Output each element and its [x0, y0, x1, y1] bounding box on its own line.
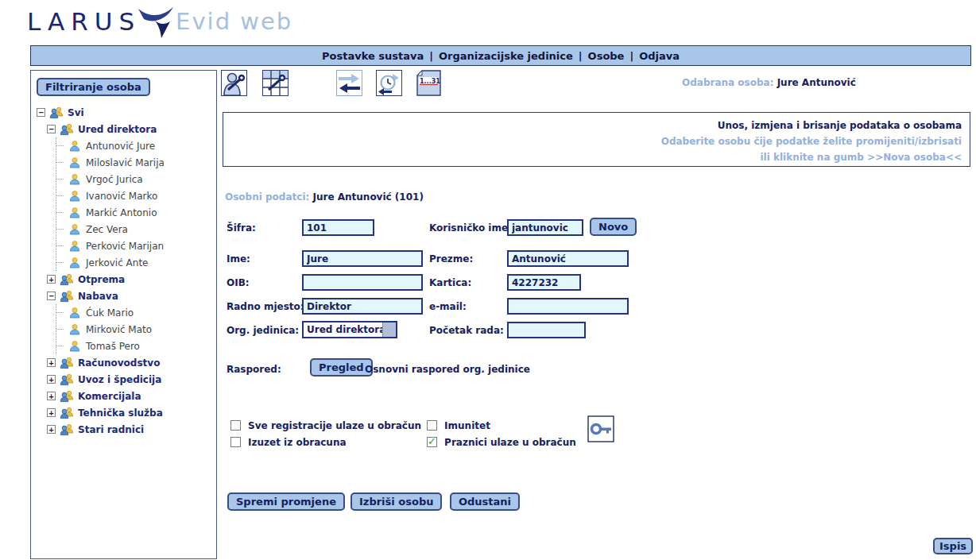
praznici-label: Praznici ulaze u obračun	[444, 437, 576, 448]
group-icon	[60, 290, 74, 303]
tree-group-otprema[interactable]: Otprema	[47, 271, 213, 288]
group-icon	[49, 106, 64, 119]
pocetak-rada-input[interactable]	[507, 322, 586, 338]
tree-group-uvoz-i-spedicija[interactable]: Uvoz i špedicija	[47, 371, 213, 388]
logo-bird-icon	[137, 6, 174, 41]
nav-item-organizacijske-jedinice[interactable]: Organizacijske jedinice	[439, 50, 573, 62]
tree-group-ured-direktora[interactable]: Ured direktora	[47, 121, 213, 137]
key-icon[interactable]	[587, 415, 614, 442]
info-box: Unos, izmjena i brisanje podataka o osob…	[223, 112, 970, 167]
tree-person[interactable]: Markić Antonio	[56, 204, 213, 221]
expander-icon[interactable]	[47, 358, 56, 367]
tree-person[interactable]: Perković Marijan	[56, 238, 213, 254]
tree-group-nabava[interactable]: Nabava	[47, 288, 213, 304]
expander-icon[interactable]	[47, 392, 56, 400]
org-tree: Svi Ured direktora Antunović Jure Milosl…	[37, 104, 213, 438]
org-jedinica-selected-value: Ured direktora	[304, 322, 382, 337]
group-icon	[60, 123, 74, 136]
person-icon	[68, 173, 82, 186]
cancel-button[interactable]: Odustani	[450, 492, 520, 511]
info-line-2: Odaberite osobu čije podatke želite prom…	[223, 133, 962, 149]
expander-icon[interactable]	[47, 425, 56, 434]
kartica-input[interactable]	[507, 274, 581, 291]
tree-person[interactable]: Vrgoć Jurica	[56, 171, 213, 187]
tree-members-nabava: Ćuk Mario Mirković Mato Tomaš Pero	[56, 304, 213, 354]
org-jedinica-select[interactable]: Ured direktora	[302, 321, 397, 338]
person-icon	[68, 240, 82, 253]
email-label: e-mail:	[429, 301, 467, 312]
pocetak-rada-label: Početak rada:	[429, 325, 504, 336]
selected-person: Odabrana osoba: Jure Antunović	[682, 77, 856, 88]
izuzet-checkbox[interactable]	[230, 437, 241, 447]
prezime-input[interactable]	[507, 250, 629, 267]
checkbox-row-izuzet: Izuzet iz obracuna	[230, 434, 347, 449]
group-icon	[60, 273, 74, 286]
sidebar-panel: Filtriranje osoba Svi Ured direktora Ant…	[30, 70, 217, 559]
expander-icon[interactable]	[47, 292, 56, 300]
praznici-checkbox[interactable]	[427, 437, 437, 447]
nav-item-osobe[interactable]: Osobe	[588, 50, 625, 62]
person-icon	[68, 307, 82, 319]
oib-input[interactable]	[302, 274, 423, 291]
raspored-label: Raspored:	[227, 364, 281, 375]
group-icon	[60, 390, 74, 403]
korisnicko-ime-input[interactable]	[507, 219, 583, 236]
save-button[interactable]: Spremi promjene	[227, 492, 345, 511]
tree-person[interactable]: Ivanović Marko	[56, 187, 213, 204]
group-icon	[60, 407, 74, 419]
person-icon	[68, 140, 82, 153]
email-input[interactable]	[507, 298, 629, 315]
imunitet-checkbox[interactable]	[427, 420, 437, 431]
pregled-button[interactable]: Pregled	[310, 358, 373, 377]
tree-person[interactable]: Jerković Ante	[56, 254, 213, 271]
expander-icon[interactable]	[37, 108, 45, 117]
expander-icon[interactable]	[47, 125, 56, 133]
kartica-label: Kartica:	[429, 277, 471, 288]
prezime-label: Prezme:	[429, 253, 473, 265]
section-label: Osobni podatci:	[225, 191, 309, 203]
person-icon	[68, 257, 82, 269]
tree-group-racunovodstvo[interactable]: Računovodstvo	[47, 354, 213, 371]
person-settings-icon[interactable]	[221, 70, 247, 96]
tree-person[interactable]: Zec Vera	[56, 221, 213, 238]
nav-separator: |	[579, 50, 583, 62]
transfer-arrows-icon[interactable]	[336, 70, 362, 96]
history-clock-icon[interactable]	[376, 70, 402, 96]
expander-icon[interactable]	[47, 408, 56, 417]
sifra-input[interactable]	[302, 219, 374, 236]
tree-group-komercijala[interactable]: Komercijala	[47, 388, 213, 404]
tree-group-stari-radnici[interactable]: Stari radnici	[47, 421, 213, 438]
expander-icon[interactable]	[47, 375, 56, 384]
selected-person-label: Odabrana osoba:	[682, 77, 773, 88]
checkbox-row-imunitet: Imunitet	[427, 417, 490, 432]
tree-root-svi[interactable]: Svi	[37, 104, 213, 121]
chevron-down-icon[interactable]	[382, 322, 396, 337]
nav-item-postavke-sustava[interactable]: Postavke sustava	[322, 50, 424, 62]
tree-person[interactable]: Miloslavić Marija	[56, 154, 213, 171]
tree-person[interactable]: Antunović Jure	[56, 137, 213, 154]
person-icon	[68, 223, 82, 236]
sifra-label: Šifra:	[227, 222, 256, 234]
selected-person-value: Jure Antunović	[777, 77, 856, 88]
radno-mjesto-label: Radno mjesto:	[227, 301, 304, 312]
tree-person[interactable]: Tomaš Pero	[56, 338, 213, 354]
tree-person[interactable]: Mirković Mato	[56, 321, 213, 338]
print-button[interactable]: Ispis	[933, 538, 973, 554]
filter-persons-button[interactable]: Filtriranje osoba	[37, 78, 150, 96]
sve-registracije-label: Sve registracije ulaze u obračun	[248, 420, 421, 431]
grid-settings-icon[interactable]	[262, 70, 289, 96]
ime-input[interactable]	[302, 250, 423, 267]
nav-item-odjava[interactable]: Odjava	[639, 50, 680, 62]
sve-registracije-checkbox[interactable]	[230, 420, 241, 431]
app-page: LARUS Evid web Postavke sustava | Organi…	[0, 0, 976, 560]
tree-person[interactable]: Ćuk Mario	[56, 304, 213, 321]
izuzet-label: Izuzet iz obracuna	[248, 437, 346, 448]
tree-group-tehnicka-sluzba[interactable]: Tehnička služba	[47, 404, 213, 421]
person-icon	[68, 190, 82, 203]
delete-button[interactable]: Izbriši osobu	[351, 492, 442, 511]
expander-icon[interactable]	[47, 275, 56, 284]
novo-button[interactable]: Novo	[590, 218, 637, 236]
checkbox-row-praznici: Praznici ulaze u obračun	[427, 434, 576, 449]
radno-mjesto-input[interactable]	[302, 298, 423, 315]
calendar-icon[interactable]: 1...31	[416, 70, 442, 96]
